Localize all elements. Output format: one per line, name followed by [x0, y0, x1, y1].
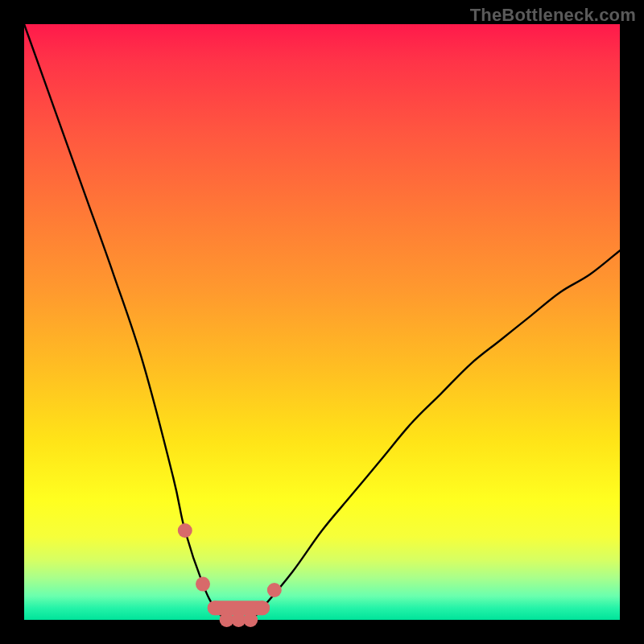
bottleneck-svg: [24, 24, 620, 620]
highlight-marker: [267, 583, 282, 597]
highlight-marker: [178, 523, 192, 538]
highlight-marker: [243, 613, 258, 627]
highlight-marker: [208, 601, 222, 615]
watermark-text: TheBottleneck.com: [470, 5, 636, 26]
highlight-marker: [196, 577, 210, 592]
chart-frame: TheBottleneck.com: [0, 0, 644, 644]
highlight-marker-group: [178, 523, 282, 627]
plot-area: [24, 24, 620, 620]
bottleneck-curve: [24, 24, 620, 621]
highlight-marker: [255, 601, 270, 615]
